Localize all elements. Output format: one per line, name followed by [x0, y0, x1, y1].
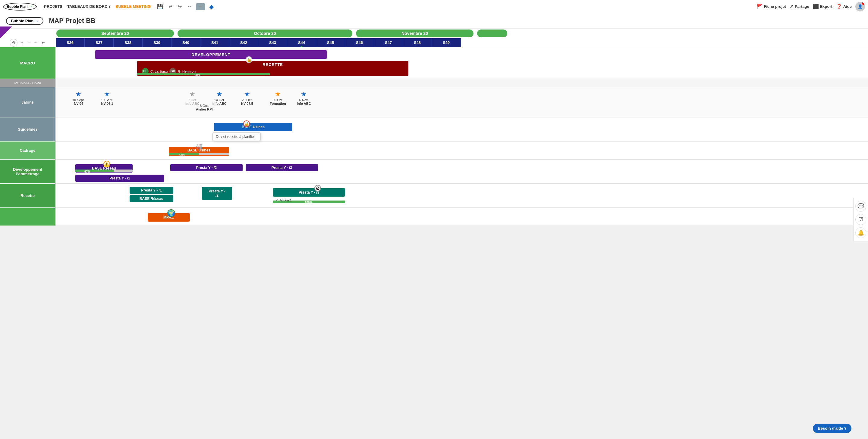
cadrage-factory-icon: 🏭 — [196, 143, 203, 150]
week-s36[interactable]: S36 — [56, 38, 85, 47]
month-oct-label: Octobre 20 — [254, 31, 276, 36]
undo-button[interactable]: ↩ — [167, 3, 174, 10]
jalon-nv04[interactable]: ★ 10 Sept. NV 04 — [72, 90, 85, 105]
jalon-nv061-date: 19 Sept. — [101, 98, 113, 102]
presta-y2-dev-bar[interactable]: Presta Y - /2 — [170, 164, 243, 171]
diamond-button[interactable]: ◆ — [208, 2, 215, 11]
jalon-atelier-kpi[interactable]: 8 Oct. Atelier KPI — [196, 104, 213, 111]
nav-projets[interactable]: PROJETS — [44, 4, 62, 9]
jalon-nv061[interactable]: ★ 19 Sept. NV 06.1 — [101, 90, 113, 105]
presta-y1-dev-bar[interactable]: Presta Y - /1 — [75, 175, 164, 182]
week-s43[interactable]: S43 — [258, 38, 287, 47]
logo[interactable]: Bubble Plan → — [3, 3, 37, 10]
week-s37[interactable]: S37 — [85, 38, 114, 47]
jalon-nv04-label: NV 04 — [74, 102, 83, 105]
fiche-projet-button[interactable]: 🚩 Fiche projet — [756, 4, 786, 9]
zoom-out-button[interactable]: − — [33, 40, 38, 46]
base-reseau-recette-label: BASE Réseau — [140, 197, 163, 201]
page-title: MAP Projet BB — [49, 17, 96, 25]
tasks-button[interactable]: ☑ — [855, 214, 866, 225]
guidelines-popup: Dev et recette à planifier — [213, 133, 261, 141]
jalon-infoabc2-label: Info ABC — [213, 102, 227, 105]
save-button[interactable]: 💾 — [156, 3, 164, 10]
export-button[interactable]: ⬛ Export — [813, 4, 832, 9]
week-s42[interactable]: S42 — [229, 38, 258, 47]
month-gap1 — [175, 29, 177, 38]
guidelines-row: 🔒 BASE Usines Dev et recette à planifier — [56, 117, 868, 141]
recette-progress-fill — [137, 73, 270, 75]
week-s41[interactable]: S41 — [200, 38, 229, 47]
user-avatar[interactable]: 👤 — [855, 2, 865, 11]
week-s38[interactable]: S38 — [114, 38, 143, 47]
dev-reseau-progress-text: 67% — [84, 170, 90, 173]
star-infoabc1-icon: ★ — [189, 90, 195, 98]
redo-icon: ↪ — [178, 4, 182, 9]
presta-y1-recette-bar[interactable]: Presta Y - /1 — [130, 187, 173, 194]
presta-y3-dev-bar[interactable]: Presta Y - /3 — [246, 164, 318, 171]
row-label-cadrage: Cadrage — [0, 141, 55, 160]
month-sept-label: Septembre 20 — [101, 31, 129, 36]
jalon-info-abc1[interactable]: ★ 7 Oct. Info ABC — [185, 90, 199, 105]
partage-button[interactable]: ↗ Partage — [789, 4, 809, 9]
developpement-label: DEVELOPPEMENT — [191, 53, 230, 57]
action1-label: Action 1 — [280, 198, 292, 202]
aide-button[interactable]: ❓ Aide — [836, 4, 852, 9]
bar-icon: ═ — [199, 4, 202, 9]
page-header: Bubble Plan → MAP Projet BB — [0, 13, 868, 29]
month-sept: Septembre 20 — [56, 30, 174, 37]
zoom-in-button[interactable]: + — [19, 40, 25, 46]
week-s44[interactable]: S44 — [287, 38, 316, 47]
month-gap3 — [474, 29, 476, 38]
week-s40[interactable]: S40 — [172, 38, 200, 47]
gantt-content: DEVELOPPEMENT 🔒 RECETTE CL C. Lartigau G… — [56, 47, 868, 226]
star-formation-icon: ★ — [275, 90, 281, 98]
presta-y3-recette-bar[interactable]: Presta Y - /3 — [273, 188, 345, 197]
cadrage-progress-text: 50% — [179, 154, 185, 157]
lock-icon: 🔒 — [246, 56, 252, 63]
star-nv075-icon: ★ — [244, 90, 250, 98]
jalon-info-abc3[interactable]: ★ 6 Nov. Info ABC — [297, 90, 311, 105]
month-oct: Octobre 20 — [178, 30, 352, 37]
logo-area[interactable]: Bubble Plan → — [3, 3, 37, 10]
bottom-row: 🌍 MPA... — [56, 208, 868, 226]
settings-button[interactable]: ⚙ — [10, 39, 18, 47]
cadrage-row: 🏭 BASE Usines 50% — [56, 141, 868, 160]
jalon-formation[interactable]: ★ 30 Oct. Formation — [270, 90, 286, 105]
base-reseau-recette-bar[interactable]: BASE Réseau — [130, 195, 173, 202]
presta-y2-dev-label: Presta Y - /2 — [196, 166, 217, 170]
base-usines-guidelines-bar[interactable]: BASE Usines — [214, 123, 292, 131]
presta-y2-recette-bar[interactable]: Presta Y - /2 — [202, 187, 232, 200]
week-s39[interactable]: S39 — [143, 38, 172, 47]
header-logo[interactable]: Bubble Plan → — [6, 17, 43, 25]
row-label-guidelines: Guidelines — [0, 117, 55, 141]
developpement-bar[interactable]: DEVELOPPEMENT — [95, 50, 327, 59]
week-s46[interactable]: S46 — [345, 38, 374, 47]
jalon-formation-label: Formation — [270, 102, 286, 105]
action1-checkbox[interactable]: ☑ Action 1 — [274, 198, 293, 203]
save-icon: 💾 — [157, 4, 163, 9]
scroll-left-button[interactable]: ⇐ — [40, 40, 46, 45]
week-s47[interactable]: S47 — [374, 38, 403, 47]
redo-button[interactable]: ↪ — [176, 3, 183, 10]
nav-tableaux[interactable]: TABLEAUX DE BORD — [67, 4, 111, 9]
week-s48[interactable]: S48 — [403, 38, 432, 47]
header-logo-text: Bubble Plan — [11, 19, 33, 23]
timeline-container: Septembre 20 Octobre 20 Novembre 20 ⚙ + … — [0, 29, 868, 226]
month-extra — [477, 30, 507, 37]
arrows-button[interactable]: ↔ — [186, 3, 193, 10]
logo-arrow-icon: → — [28, 4, 33, 9]
bar-button[interactable]: ═ — [196, 3, 205, 10]
jalon-info-abc2[interactable]: ★ 14 Oct. Info ABC — [213, 90, 227, 105]
week-s49[interactable]: S49 — [432, 38, 461, 47]
week-s45[interactable]: S45 — [316, 38, 345, 47]
chat-button[interactable]: 💬 — [855, 201, 866, 212]
dev-reseau-progress-fill — [75, 170, 114, 172]
week-separator: — — [27, 40, 31, 45]
notification-dot — [862, 2, 865, 5]
row-label-bottom — [0, 208, 55, 226]
nav-bubble-meeting[interactable]: BUBBLE MEETING — [116, 4, 151, 9]
arrows-icon: ↔ — [187, 4, 192, 9]
month-nov: Novembre 20 — [356, 30, 473, 37]
jalon-nv075[interactable]: ★ 23 Oct. NV 07.5 — [241, 90, 253, 105]
jalon-infoabc3-label: Info ABC — [297, 102, 311, 105]
